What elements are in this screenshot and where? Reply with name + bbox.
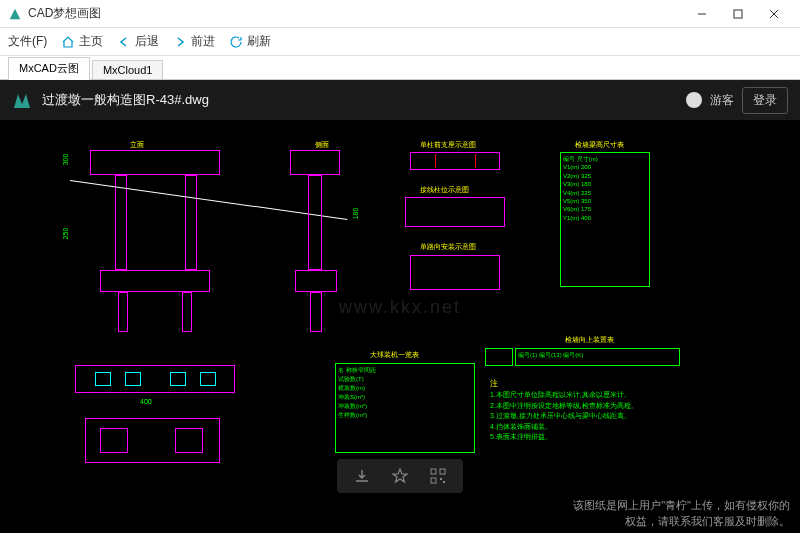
label-table1: 检墙梁高尺寸表: [575, 140, 624, 150]
menu-file[interactable]: 文件(F): [8, 33, 47, 50]
menu-refresh[interactable]: 刷新: [229, 33, 271, 50]
note1: 1.本图尺寸单位除高程以米计,其余以厘米计。: [490, 390, 700, 401]
app-icon: [8, 7, 22, 21]
star-icon: [391, 467, 409, 485]
t2r2: 试验数(T): [338, 375, 472, 384]
tab-mxcad-cloud[interactable]: MxCAD云图: [8, 57, 90, 80]
detail2-box: [405, 197, 505, 227]
label-table3: 检墙向上装置表: [565, 335, 614, 345]
t1r3: V2(m) 325: [563, 172, 647, 180]
label-notes: 注: [490, 378, 498, 389]
table3-side: [485, 348, 513, 366]
window-title: CAD梦想画图: [28, 5, 684, 22]
t1r8: Y1(m) 400: [563, 214, 647, 222]
side-base: [295, 270, 337, 292]
menu-back[interactable]: 后退: [117, 33, 159, 50]
svg-rect-6: [431, 478, 436, 483]
maximize-button[interactable]: [720, 0, 756, 28]
cad-column2: [185, 175, 197, 270]
minimize-button[interactable]: [684, 0, 720, 28]
titlebar: CAD梦想画图: [0, 0, 800, 28]
label-side: 侧面: [315, 140, 329, 150]
menu-home[interactable]: 主页: [61, 33, 103, 50]
guest-label: 游客: [710, 92, 734, 109]
ground-line: [70, 180, 347, 220]
cad-base: [100, 270, 210, 292]
dim-v1: 300: [62, 154, 69, 166]
qrcode-button[interactable]: [427, 465, 449, 487]
bottom-toolbar: [337, 459, 463, 493]
qrcode-icon: [429, 467, 447, 485]
note2: 2.本图中注明按设定地标等级,检查标准为高程。: [490, 401, 700, 412]
plan2-c2: [175, 428, 203, 453]
label-detail2: 接线柱位示意图: [420, 185, 469, 195]
download-button[interactable]: [351, 465, 373, 487]
side-col: [308, 175, 322, 270]
d1-r2: [475, 154, 476, 168]
viewer-user-area: 游客 登录: [686, 87, 788, 114]
t2r3: 横装数(m): [338, 384, 472, 393]
tab-mxcloud1[interactable]: MxCloud1: [92, 60, 164, 79]
label-detail1: 单柱前支座示意图: [420, 140, 476, 150]
download-icon: [353, 467, 371, 485]
label-elevation: 立面: [130, 140, 144, 150]
footer-disclaimer: 该图纸是网上用户"青柠"上传，如有侵权你的 权益，请联系我们客服及时删除。: [573, 498, 790, 529]
cad-drawing: 立面 300 250 400 侧面 180: [40, 140, 760, 473]
notes-block: 1.本图尺寸单位除高程以米计,其余以厘米计。 2.本图中注明按设定地标等级,检查…: [490, 390, 700, 443]
viewer-filename: 过渡墩一般构造图R-43#.dwg: [42, 91, 686, 109]
plan1-d4: [200, 372, 216, 386]
login-button[interactable]: 登录: [742, 87, 788, 114]
detail1-box: [410, 152, 500, 170]
side-pile: [310, 292, 322, 332]
note4: 4.挡体装饰面铺装。: [490, 422, 700, 433]
home-icon: [61, 35, 75, 49]
t2r4: 坤装S(m²): [338, 393, 472, 402]
t1r6: V5(m) 350: [563, 197, 647, 205]
plan2-c1: [100, 428, 128, 453]
dim-v2: 250: [62, 228, 69, 240]
plan1-d1: [95, 372, 111, 386]
table2: 名 称狭窄间距 试验数(T) 横装数(m) 坤装S(m²) 坤装数(m²) 生样…: [335, 363, 475, 453]
back-icon: [117, 35, 131, 49]
watermark: www.kkx.net: [339, 296, 461, 317]
detail3-box: [410, 255, 500, 290]
table1: 编号 尺寸(m) V1(m) 200 V2(m) 325 V3(m) 180 V…: [560, 152, 650, 287]
cad-column1: [115, 175, 127, 270]
t1r7: V6(m) 175: [563, 205, 647, 213]
svg-rect-8: [443, 481, 445, 483]
svg-rect-1: [734, 10, 742, 18]
tabbar: MxCAD云图 MxCloud1: [0, 56, 800, 80]
refresh-icon: [229, 35, 243, 49]
t1r2: V1(m) 200: [563, 163, 647, 171]
plan1-d2: [125, 372, 141, 386]
t2r6: 生样数(m²): [338, 411, 472, 420]
svg-rect-4: [431, 469, 436, 474]
footer-line2: 权益，请联系我们客服及时删除。: [573, 514, 790, 529]
t2r5: 坤装数(m²): [338, 402, 472, 411]
cad-canvas[interactable]: 立面 300 250 400 侧面 180: [0, 120, 800, 533]
dim-h1: 400: [140, 398, 152, 405]
cad-pile2: [182, 292, 192, 332]
cad-cap: [90, 150, 220, 175]
dim-s1: 180: [352, 208, 359, 220]
t2r1: 名 称狭窄间距: [338, 366, 472, 375]
menu-forward[interactable]: 前进: [173, 33, 215, 50]
side-cap: [290, 150, 340, 175]
avatar-icon: [686, 92, 702, 108]
t1r5: V4(m) 225: [563, 189, 647, 197]
label-detail3: 单路向安装示意图: [420, 242, 476, 252]
viewer: 过渡墩一般构造图R-43#.dwg 游客 登录 立面 300 250: [0, 80, 800, 533]
t1r1: 编号 尺寸(m): [563, 155, 647, 163]
t3r1: 编号(1) 编号(13) 编号(K): [518, 351, 677, 360]
svg-rect-5: [440, 469, 445, 474]
favorite-button[interactable]: [389, 465, 411, 487]
close-button[interactable]: [756, 0, 792, 28]
viewer-header: 过渡墩一般构造图R-43#.dwg 游客 登录: [0, 80, 800, 120]
footer-line1: 该图纸是网上用户"青柠"上传，如有侵权你的: [573, 498, 790, 513]
plan1-d3: [170, 372, 186, 386]
note3: 3.过渡墩,接力处承压中心线与梁中心线距离。: [490, 411, 700, 422]
viewer-logo-icon: [12, 90, 32, 110]
window-controls: [684, 0, 792, 28]
label-table2: 大球装机一览表: [370, 350, 419, 360]
forward-icon: [173, 35, 187, 49]
